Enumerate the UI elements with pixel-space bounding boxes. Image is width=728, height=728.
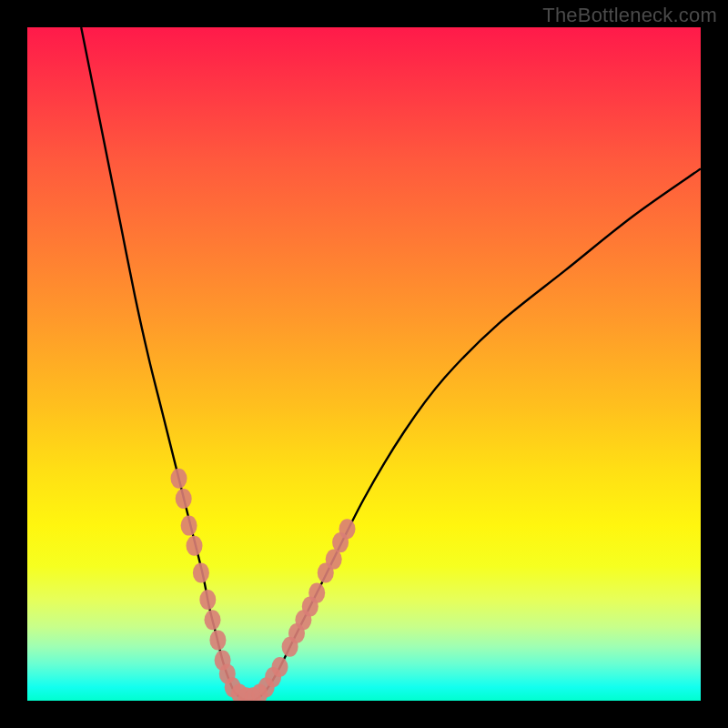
gradient-background [27, 27, 701, 701]
chart-frame: TheBottleneck.com [0, 0, 728, 728]
watermark-text: TheBottleneck.com [542, 4, 717, 27]
plot-area [27, 27, 701, 701]
